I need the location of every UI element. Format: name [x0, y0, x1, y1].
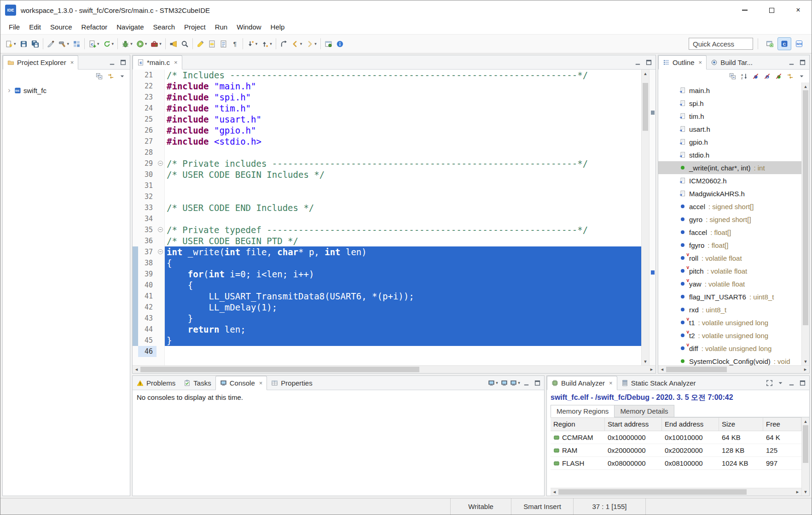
scroll-right-icon[interactable]: ►	[794, 488, 801, 496]
last-edit-button[interactable]	[278, 37, 290, 51]
pilcrow-button[interactable]: ¶	[229, 37, 241, 51]
menu-navigate[interactable]: Navigate	[112, 21, 148, 33]
scroll-thumb[interactable]	[643, 83, 648, 130]
scroll-down-icon[interactable]: ▼	[802, 488, 809, 496]
subtab-memory-details[interactable]: Memory Details	[614, 405, 674, 417]
tab-properties[interactable]: Properties	[267, 376, 316, 390]
code-line-46[interactable]: 46	[133, 346, 641, 357]
fold-collapse-icon[interactable]	[158, 249, 163, 254]
close-tab-icon[interactable]: ×	[609, 380, 613, 386]
back-button[interactable]: ▾	[290, 37, 304, 51]
code-line-text[interactable]	[165, 147, 641, 158]
outline-item[interactable]: usart.h	[658, 123, 801, 135]
analyzer-horizontal-scrollbar[interactable]: ◄ ►	[551, 488, 801, 496]
scroll-left-icon[interactable]: ◄	[658, 366, 666, 373]
memory-row-ccmram[interactable]: CCMRAM0x100000000x1001000064 KB64 K	[551, 431, 801, 444]
outline-item[interactable]: flag_INT_USART6 : uint8_t	[658, 290, 801, 303]
code-line-text[interactable]: {	[165, 258, 641, 269]
outline-item[interactable]: main.h	[658, 84, 801, 97]
column-header-region[interactable]: Region	[551, 418, 605, 431]
code-line-text[interactable]: #include "usart.h"	[165, 114, 641, 125]
pin-editor-button[interactable]	[323, 37, 334, 51]
scroll-down-icon[interactable]: ▼	[802, 357, 809, 365]
tab-build-analyzer[interactable]: Build Analyzer ×	[547, 376, 617, 390]
code-line-34[interactable]: 34	[133, 213, 641, 224]
code-line-27[interactable]: 27#include <stdio.h>	[133, 136, 641, 147]
mark-occurrences-button[interactable]	[206, 37, 218, 51]
menu-run[interactable]: Run	[210, 21, 232, 33]
subtab-memory-regions[interactable]: Memory Regions	[551, 405, 615, 417]
code-line-text[interactable]: #include "tim.h"	[165, 103, 641, 114]
menu-project[interactable]: Project	[180, 21, 210, 33]
code-line-35[interactable]: 35/* Private typedef -------------------…	[133, 224, 641, 235]
outline-item[interactable]: vroll : volatile float	[658, 252, 801, 264]
close-tab-icon[interactable]: ×	[70, 59, 74, 66]
scroll-thumb[interactable]	[803, 90, 808, 325]
knife-button[interactable]	[45, 37, 57, 51]
code-line-25[interactable]: 25#include "usart.h"	[133, 114, 641, 125]
code-line-31[interactable]: 31	[133, 180, 641, 191]
scroll-track[interactable]	[140, 366, 648, 373]
cpp-perspective-button[interactable]: C	[777, 37, 791, 50]
scroll-up-icon[interactable]: ▲	[642, 70, 649, 77]
code-line-text[interactable]: /* USER CODE BEGIN PTD */	[165, 235, 641, 246]
overview-mark[interactable]	[651, 270, 655, 275]
close-tab-icon[interactable]: ×	[174, 59, 178, 66]
menu-search[interactable]: Search	[148, 21, 180, 33]
view-menu-button[interactable]	[775, 378, 785, 388]
next-annotation-button[interactable]: ▾	[245, 37, 260, 51]
editor-vertical-scrollbar[interactable]: ▲ ▼	[641, 70, 649, 365]
code-line-text[interactable]: #include "gpio.h"	[165, 125, 641, 136]
collapse-all-button[interactable]	[727, 71, 737, 81]
code-line-44[interactable]: 44 return len;	[133, 324, 641, 335]
outline-item[interactable]: fgyro : float[]	[658, 239, 801, 252]
collapse-all-button[interactable]	[94, 71, 104, 81]
outline-item[interactable]: gyro : signed short[]	[658, 213, 801, 226]
code-line-text[interactable]	[165, 213, 641, 224]
code-line-32[interactable]: 32	[133, 191, 641, 202]
code-line-36[interactable]: 36/* USER CODE BEGIN PTD */	[133, 235, 641, 246]
open-console-view-button[interactable]: ▾	[510, 378, 520, 388]
outline-item[interactable]: spi.h	[658, 97, 801, 110]
tab-console[interactable]: Console×	[215, 376, 267, 390]
tab-outline[interactable]: Outline ×	[658, 55, 707, 70]
outline-item[interactable]: _write(int, char*, int) : int	[658, 161, 801, 174]
scroll-up-icon[interactable]: ▲	[802, 417, 809, 425]
outline-vertical-scrollbar[interactable]: ▲ ▼	[801, 82, 809, 365]
code-line-text[interactable]: /* USER CODE END Includes */	[165, 202, 641, 213]
maximize-view-button[interactable]	[797, 378, 807, 388]
code-line-text[interactable]: #include "main.h"	[165, 81, 641, 92]
view-menu-button[interactable]	[796, 71, 806, 81]
max-view-button[interactable]	[644, 57, 654, 67]
menu-file[interactable]: File	[4, 21, 24, 33]
outline-item[interactable]: accel : signed short[]	[658, 200, 801, 213]
run-button[interactable]: ▾	[134, 37, 149, 51]
scroll-track[interactable]	[642, 77, 649, 357]
toggle-layout-button[interactable]	[764, 378, 774, 388]
hide-static-button[interactable]: s	[762, 71, 772, 81]
cubemx-perspective-button[interactable]: MX	[792, 37, 806, 50]
scroll-up-icon[interactable]: ▲	[802, 82, 809, 90]
code-line-23[interactable]: 23#include "spi.h"	[133, 92, 641, 103]
code-line-26[interactable]: 26#include "gpio.h"	[133, 125, 641, 136]
code-line-29[interactable]: 29/* Private includes ------------------…	[133, 158, 641, 169]
outline-item[interactable]: vt1 : volatile unsigned long	[658, 316, 801, 329]
new-c-file-button[interactable]: c▾	[87, 37, 101, 51]
outline-item[interactable]: vdiff : volatile unsigned long	[658, 342, 801, 355]
memory-row-flash[interactable]: FLASH0x080000000x081000001024 KB997	[551, 457, 801, 470]
expand-arrow-icon[interactable]: ›	[6, 86, 12, 94]
binary-grid-button[interactable]	[71, 37, 82, 51]
search-button[interactable]	[179, 37, 191, 51]
window-close-button[interactable]: ×	[785, 0, 812, 20]
view-menu-button[interactable]	[117, 71, 127, 81]
overview-mark[interactable]	[651, 111, 655, 115]
outline-item[interactable]: stdio.h	[658, 148, 801, 161]
info-button[interactable]	[334, 37, 346, 51]
code-line-text[interactable]	[165, 180, 641, 191]
tab-build-targets[interactable]: Build Tar...	[707, 55, 757, 69]
quick-access-input[interactable]	[689, 38, 753, 50]
code-line-text[interactable]: LL_mDelay(1);	[165, 302, 641, 313]
code-line-33[interactable]: 33/* USER CODE END Includes */	[133, 202, 641, 213]
save-button[interactable]	[18, 37, 29, 51]
hide-non-public-button[interactable]	[773, 71, 783, 81]
